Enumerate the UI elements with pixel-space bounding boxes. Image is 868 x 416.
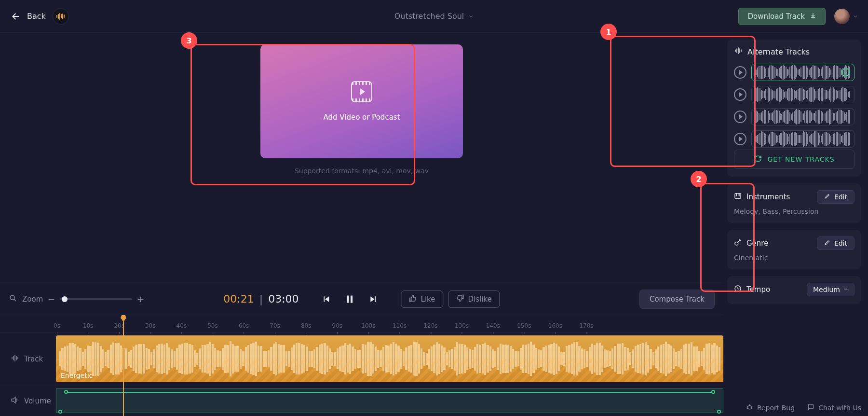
clip-mood-selector[interactable]: Energetic — [61, 372, 101, 379]
report-bug-button[interactable]: Report Bug — [746, 403, 795, 412]
volume-label-text: Volume — [24, 397, 51, 405]
envelope-point[interactable] — [64, 390, 68, 394]
back-label: Back — [27, 12, 46, 21]
tutorial-badge-3: 3 — [181, 32, 197, 49]
supported-formats-text: Supported formats: mp4, avi, mov, wav — [295, 167, 429, 175]
timeline-ruler[interactable]: 0s10s20s30s40s50s60s70s80s90s100s110s120… — [0, 315, 723, 333]
svg-rect-10 — [375, 296, 376, 302]
tempo-select[interactable]: Medium — [807, 283, 854, 296]
project-title[interactable]: Outstretched Soul — [394, 12, 474, 21]
download-track-button[interactable]: Download Track — [738, 8, 826, 25]
alternate-track-waveform[interactable] — [751, 108, 854, 125]
playhead[interactable] — [123, 315, 124, 416]
user-menu[interactable] — [834, 9, 858, 24]
avatar — [834, 9, 850, 24]
envelope-point[interactable] — [717, 410, 721, 414]
download-icon — [810, 12, 816, 21]
chat-icon — [807, 403, 814, 412]
chevron-down-icon — [468, 14, 474, 19]
dislike-button[interactable]: Dislike — [448, 291, 500, 308]
right-sidebar: Alternate Tracks GET NEW TRACKS Instrume… — [723, 33, 868, 416]
edit-genre-button[interactable]: Edit — [817, 236, 854, 250]
genre-label: Genre — [746, 239, 768, 248]
zoom-control: Zoom − + — [9, 294, 144, 305]
chevron-down-icon — [95, 372, 101, 379]
project-title-text: Outstretched Soul — [394, 12, 464, 21]
like-button[interactable]: Like — [401, 291, 444, 308]
zoom-in-button[interactable]: + — [137, 294, 144, 304]
transport-bar: Zoom − + 00:21 | 03:00 — [0, 283, 723, 315]
transport-center: 00:21 | 03:00 — [223, 291, 500, 308]
arrow-left-icon — [10, 11, 20, 22]
bug-icon — [746, 403, 753, 412]
volume-envelope-area[interactable] — [56, 386, 723, 416]
time-display: 00:21 | 03:00 — [223, 293, 298, 305]
search-icon — [9, 294, 17, 305]
svg-rect-8 — [351, 295, 353, 303]
skip-back-button[interactable] — [322, 294, 332, 304]
play-controls — [322, 294, 378, 305]
svg-rect-7 — [347, 295, 349, 303]
back-button[interactable]: Back — [10, 8, 69, 25]
svg-line-35 — [751, 406, 752, 407]
feedback-group: Like Dislike — [401, 291, 500, 308]
thumbs-down-icon — [456, 294, 464, 304]
project-thumbnail — [53, 8, 69, 25]
envelope-point[interactable] — [58, 410, 62, 414]
report-bug-label: Report Bug — [757, 404, 795, 412]
skip-forward-button[interactable] — [368, 294, 378, 304]
get-new-tracks-button[interactable]: GET NEW TRACKS — [734, 150, 854, 169]
play-alternate-button[interactable] — [734, 66, 746, 79]
svg-point-3 — [10, 295, 14, 300]
chat-button[interactable]: Chat with Us — [807, 403, 861, 412]
thumbs-up-icon — [409, 294, 417, 304]
svg-line-34 — [747, 406, 748, 407]
total-time: 03:00 — [268, 293, 298, 305]
refresh-icon — [754, 155, 762, 164]
zoom-out-button[interactable]: − — [48, 294, 55, 304]
volume-row: Volume — [0, 385, 723, 416]
guitar-icon — [734, 238, 742, 248]
volume-envelope[interactable] — [56, 388, 723, 413]
envelope-point[interactable] — [711, 390, 715, 394]
instruments-panel: Instruments Edit Melody, Bass, Percussio… — [727, 183, 861, 223]
alternate-tracks-header: Alternate Tracks — [747, 47, 810, 56]
svg-marker-18 — [12, 397, 15, 403]
zoom-slider[interactable] — [60, 298, 132, 300]
dropzone-label: Add Video or Podcast — [323, 113, 400, 122]
waveform-icon — [11, 354, 19, 364]
compose-track-button[interactable]: Compose Track — [639, 290, 715, 309]
track-body[interactable]: Energetic — [56, 333, 723, 385]
pause-button[interactable] — [345, 294, 355, 305]
alternate-track-waveform[interactable] — [751, 64, 854, 81]
tempo-label: Tempo — [746, 285, 770, 294]
svg-point-32 — [748, 405, 752, 409]
audio-clip[interactable]: Energetic — [56, 335, 723, 382]
tempo-panel: Tempo Medium — [727, 276, 861, 304]
play-alternate-button[interactable] — [734, 88, 746, 101]
footer: Report Bug Chat with Us — [746, 403, 861, 412]
piano-icon — [734, 192, 742, 202]
speaker-icon — [11, 396, 19, 406]
svg-rect-11 — [410, 298, 411, 301]
alternate-track-item — [734, 64, 854, 81]
edit-instruments-button[interactable]: Edit — [817, 190, 854, 204]
top-bar: Back Outstretched Soul Download Track — [0, 0, 868, 33]
svg-rect-12 — [462, 295, 463, 298]
play-alternate-button[interactable] — [734, 111, 746, 123]
check-icon — [841, 68, 850, 77]
timeline: 0s10s20s30s40s50s60s70s80s90s100s110s120… — [0, 315, 723, 416]
alternate-track-waveform[interactable] — [751, 130, 854, 148]
clock-icon — [734, 285, 742, 294]
instruments-label: Instruments — [746, 193, 790, 201]
current-time: 00:21 — [223, 293, 254, 305]
svg-rect-6 — [324, 296, 325, 302]
download-label: Download Track — [747, 12, 805, 21]
play-alternate-button[interactable] — [734, 133, 746, 145]
video-file-icon — [351, 81, 372, 102]
add-media-dropzone[interactable]: Add Video or Podcast — [260, 44, 463, 158]
alternate-track-waveform[interactable] — [751, 86, 854, 103]
svg-line-36 — [747, 408, 748, 409]
svg-line-4 — [14, 299, 16, 301]
pencil-icon — [824, 239, 830, 247]
